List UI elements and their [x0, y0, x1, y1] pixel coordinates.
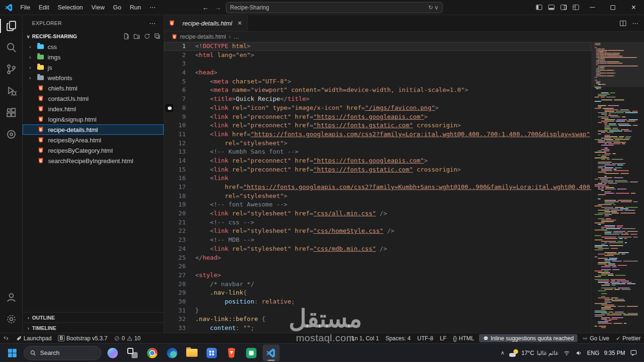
- menubar-more-icon[interactable]: ⋯: [145, 0, 160, 15]
- copilot-quota-status[interactable]: Inline suggestions quota reached: [479, 334, 578, 342]
- code-line-2[interactable]: 2<html lang="en">: [164, 51, 591, 60]
- taskbar-search[interactable]: Search: [24, 346, 101, 360]
- file-recipesByCategory.html[interactable]: recipesByCategory.html: [23, 145, 164, 156]
- folder-webfonts[interactable]: ›webfonts: [23, 73, 164, 83]
- code-line-28[interactable]: 28 /* navbar */: [164, 280, 591, 289]
- brave-icon[interactable]: [223, 345, 240, 362]
- code-line-26[interactable]: 26: [164, 262, 591, 271]
- code-line-18[interactable]: 18 rel="stylesheet">: [164, 192, 591, 201]
- code-line-24[interactable]: 24 <link rel="stylesheet" href="css/mdb.…: [164, 245, 591, 254]
- explorer-more-icon[interactable]: ⋯: [149, 19, 156, 27]
- remote-indicator[interactable]: [0, 333, 13, 343]
- indentation[interactable]: Spaces: 4: [382, 333, 414, 343]
- code-line-16[interactable]: 16 <link: [164, 174, 591, 183]
- menu-edit[interactable]: Edit: [34, 0, 53, 15]
- folder-imgs[interactable]: ›imgs: [23, 52, 164, 62]
- code-line-21[interactable]: 21 <!-- css -->: [164, 218, 591, 227]
- code-line-22[interactable]: 22 <link rel="stylesheet" href="css/home…: [164, 227, 591, 236]
- code-lines[interactable]: 1<!DOCTYPE html>2<html lang="en">34<head…: [164, 42, 591, 333]
- minimize-button[interactable]: [582, 0, 603, 15]
- explorer-icon[interactable]: [0, 15, 23, 37]
- code-line-10[interactable]: 10 <link rel="preconnect" href="https://…: [164, 121, 591, 130]
- folder-js[interactable]: ›js: [23, 62, 164, 73]
- edge-icon[interactable]: [164, 345, 181, 362]
- toggle-sidebar-icon[interactable]: [533, 0, 545, 15]
- forward-arrow-icon[interactable]: →: [214, 4, 222, 11]
- launchpad-button[interactable]: Launchpad: [13, 333, 55, 343]
- file-explorer-icon[interactable]: [183, 345, 200, 362]
- collapse-all-icon[interactable]: [154, 33, 161, 40]
- code-line-14[interactable]: 14 <link rel="preconnect" href="https://…: [164, 156, 591, 165]
- code-line-1[interactable]: 1<!DOCTYPE html>: [164, 42, 591, 51]
- input-language[interactable]: ENG: [587, 350, 599, 356]
- code-line-25[interactable]: 25</head>: [164, 254, 591, 263]
- blue-app-icon[interactable]: [203, 345, 220, 362]
- code-line-19[interactable]: 19 <!-- font Awesome -->: [164, 200, 591, 209]
- account-icon[interactable]: [0, 287, 23, 308]
- close-button[interactable]: ✕: [623, 0, 644, 15]
- language-mode[interactable]: {}HTML: [450, 333, 478, 343]
- history-icon[interactable]: ↻∨: [428, 4, 438, 11]
- file-contactUs.html[interactable]: contactUs.html: [23, 93, 164, 104]
- search-command-box[interactable]: Recipe-Sharing ↻∨: [226, 2, 443, 13]
- tab-close-icon[interactable]: ✕: [238, 20, 242, 26]
- file-recipesByArea.html[interactable]: recipesByArea.html: [23, 135, 164, 145]
- toggle-secondary-sidebar-icon[interactable]: [557, 0, 570, 15]
- green-app-icon[interactable]: [243, 345, 260, 362]
- code-line-31[interactable]: 31}: [164, 306, 591, 315]
- file-login&signup.html[interactable]: login&signup.html: [23, 114, 164, 124]
- run-debug-icon[interactable]: [0, 80, 23, 102]
- file-chiefs.html[interactable]: chiefs.html: [23, 83, 164, 93]
- new-folder-icon[interactable]: [133, 33, 140, 40]
- weather-widget[interactable]: 17°C غائم غالبا: [509, 349, 558, 357]
- vscode-taskbar-icon[interactable]: [263, 345, 280, 362]
- source-control-icon[interactable]: [0, 58, 23, 80]
- maximize-button[interactable]: [603, 0, 623, 15]
- clock[interactable]: 9:35 PM: [604, 350, 625, 356]
- menu-go[interactable]: Go: [109, 0, 125, 15]
- code-line-30[interactable]: 30 position: relative;: [164, 297, 591, 306]
- code-line-7[interactable]: 7 <title>Quick Recipe</title>: [164, 95, 591, 104]
- customize-layout-icon[interactable]: [570, 0, 582, 15]
- breadcrumb[interactable]: recipe-details.html › …: [164, 32, 644, 42]
- bootstrap-version-button[interactable]: B Bootstrap v5.3.7: [55, 333, 111, 343]
- hidden-icons-caret[interactable]: ∧: [501, 350, 504, 356]
- code-line-20[interactable]: 20 <link rel="stylesheet" href="css/all.…: [164, 209, 591, 218]
- notifications-icon[interactable]: [630, 349, 637, 356]
- code-line-13[interactable]: 13 <!-- Kumbh Sans font -->: [164, 148, 591, 156]
- code-editor[interactable]: 1<!DOCTYPE html>2<html lang="en">34<head…: [164, 42, 644, 333]
- project-root-row[interactable]: ∨ RECIPE-SHARING: [23, 31, 164, 41]
- extensions-icon[interactable]: [0, 102, 23, 123]
- menu-view[interactable]: View: [87, 0, 109, 15]
- code-line-27[interactable]: 27<style>: [164, 271, 591, 280]
- code-line-23[interactable]: 23 <!-- MDB -->: [164, 236, 591, 245]
- section-outline[interactable]: ›OUTLINE: [23, 312, 164, 322]
- code-line-8[interactable]: 8 <link rel="icon" type="image/x-icon" h…: [164, 104, 591, 113]
- code-line-9[interactable]: 9 <link rel="preconnect" href="https://f…: [164, 113, 591, 122]
- search-icon[interactable]: [0, 37, 23, 58]
- code-line-33[interactable]: 33 content: "";: [164, 324, 591, 333]
- folder-css[interactable]: ›css: [23, 41, 164, 52]
- breadcrumb-more[interactable]: …: [233, 33, 239, 40]
- split-editor-icon[interactable]: [619, 20, 627, 27]
- code-line-11[interactable]: 11 <link href="https://fonts.googleapis.…: [164, 130, 591, 139]
- prettier-button[interactable]: ✓ Prettier: [612, 333, 644, 343]
- cursor-position[interactable]: Ln 1, Col 1: [348, 333, 382, 343]
- code-line-6[interactable]: 6 <meta name="viewport" content="width=d…: [164, 86, 591, 95]
- chrome-icon[interactable]: [144, 345, 161, 362]
- eol-sequence[interactable]: LF: [437, 333, 450, 343]
- code-line-29[interactable]: 29 .nav-link{: [164, 288, 591, 297]
- new-file-icon[interactable]: [123, 33, 130, 40]
- code-line-5[interactable]: 5 <meta charset="UTF-8">: [164, 77, 591, 86]
- tab-recipe-details[interactable]: recipe-details.html ✕: [164, 15, 248, 31]
- task-view-icon[interactable]: [124, 345, 141, 362]
- file-searchRecipeByIngredient.html[interactable]: searchRecipeByIngredient.html: [23, 156, 164, 166]
- code-line-3[interactable]: 3: [164, 59, 591, 68]
- start-button[interactable]: [4, 345, 21, 362]
- volume-icon[interactable]: [575, 350, 582, 356]
- encoding[interactable]: UTF-8: [414, 333, 437, 343]
- problems-button[interactable]: 0 10: [111, 333, 144, 343]
- file-recipe-details.html[interactable]: recipe-details.html: [23, 124, 164, 135]
- minimap[interactable]: [591, 42, 644, 333]
- breadcrumb-file[interactable]: recipe-details.html: [180, 33, 226, 40]
